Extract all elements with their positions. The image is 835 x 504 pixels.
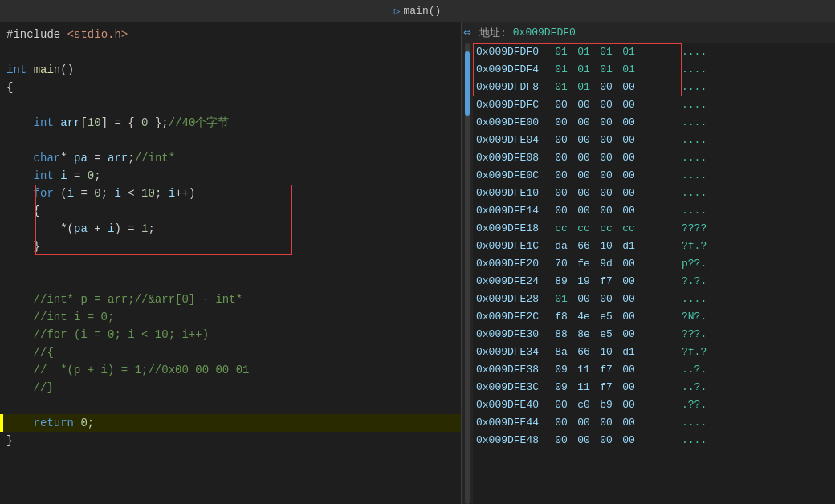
mem-byte-3-3: 00 [620,96,637,114]
mem-chars-20: .??. [677,396,707,414]
line-content-6: int arr[10] = { 0 };//40个字节 [0,114,461,132]
memory-row-21: 0x009DFE44 00 00 00 00 .... [473,414,835,432]
mem-chars-18: ..?. [677,361,707,379]
mem-addr-7: 0x009DFE0C [476,167,552,185]
memory-row-2: 0x009DFDF8 01 01 00 00 .... [473,79,835,96]
memory-row-4: 0x009DFE00 00 00 00 00 .... [473,114,835,132]
mem-chars-6: .... [677,149,707,167]
code-line-18: //for (i = 0; i < 10; i++) [0,326,461,343]
code-line-15 [0,273,461,291]
memory-row-10: 0x009DFE18 cc cc cc cc ???? [473,220,835,238]
code-line-11: { [0,202,461,220]
line-content-21: //} [0,379,461,396]
memory-row-11: 0x009DFE1C da 66 10 d1 ?f.? [473,238,835,255]
mem-bytes-10: cc cc cc cc [552,220,677,238]
mem-chars-21: .... [677,414,707,432]
line-content-5 [0,96,461,114]
for-loop-section: for (i = 0; i < 10; i++) { *(pa + i) = 1… [0,185,461,255]
memory-row-15: 0x009DFE2C f8 4e e5 00 ?N?. [473,308,835,326]
mem-chars-2: .... [677,79,707,96]
mem-chars-15: ?N?. [677,308,707,326]
scroll-arrow-icon[interactable]: ⇔ [463,24,471,40]
mem-bytes-21: 00 00 00 00 [552,414,677,432]
mem-byte-1-1: 01 [575,61,593,79]
mem-bytes-6: 00 00 00 00 [552,149,677,167]
code-line-2 [0,43,461,61]
mem-bytes-0: 01 01 01 01 [552,43,677,61]
mem-addr-9: 0x009DFE14 [476,202,552,220]
line-content-9: int i = 0; [0,167,461,185]
line-content-13: } [0,238,461,255]
memory-row-9: 0x009DFE14 00 00 00 00 .... [473,202,835,220]
mem-chars-12: p??. [677,255,707,273]
mem-addr-15: 0x009DFE2C [476,308,552,326]
code-line-14 [0,255,461,273]
mem-bytes-7: 00 00 00 00 [552,167,677,185]
mem-addr-2: 0x009DFDF8 [476,79,552,96]
line-content-11: { [0,202,461,220]
code-line-22 [0,396,461,414]
mem-bytes-18: 09 11 f7 00 [552,361,677,379]
mem-bytes-20: 00 c0 b9 00 [552,396,677,414]
mem-bytes-9: 00 00 00 00 [552,202,677,220]
mem-bytes-12: 70 fe 9d 00 [552,255,677,273]
mem-chars-10: ???? [677,220,707,238]
memory-row-18: 0x009DFE38 09 11 f7 00 ..?. [473,361,835,379]
mem-chars-1: .... [677,61,707,79]
mem-byte-3-1: 00 [575,96,593,114]
code-line-17: //int i = 0; [0,308,461,326]
code-line-8: char* pa = arr;//int* [0,149,461,167]
memory-row-19: 0x009DFE3C 09 11 f7 00 ..?. [473,379,835,396]
code-line-4: { [0,79,461,96]
mem-addr-21: 0x009DFE44 [476,414,552,432]
mem-byte-0-1: 01 [575,43,593,61]
mem-bytes-13: 89 19 f7 00 [552,273,677,291]
mem-addr-5: 0x009DFE04 [476,132,552,149]
memory-row-20: 0x009DFE40 00 c0 b9 00 .??. [473,396,835,414]
memory-row-13: 0x009DFE24 89 19 f7 00 ?.?. [473,273,835,291]
mem-bytes-11: da 66 10 d1 [552,238,677,255]
memory-pane: 地址: 0x009DFDF0 0x009DFDF0 01 01 01 01 ..… [473,22,835,504]
mem-chars-3: .... [677,96,707,114]
code-line-3: int main() [0,61,461,79]
code-line-10: for (i = 0; i < 10; i++) [0,185,461,202]
line-content-14 [0,255,461,273]
memory-header: 地址: 0x009DFDF0 [473,22,835,43]
memory-header-address: 0x009DFDF0 [513,26,576,39]
mem-addr-11: 0x009DFE1C [476,238,552,255]
mem-addr-17: 0x009DFE34 [476,343,552,361]
mem-addr-20: 0x009DFE40 [476,396,552,414]
mem-addr-22: 0x009DFE48 [476,432,552,449]
code-pane: #include <stdio.h> int main() { int arr[… [0,22,462,504]
memory-row-7: 0x009DFE0C 00 00 00 00 .... [473,167,835,185]
memory-row-8: 0x009DFE10 00 00 00 00 .... [473,185,835,202]
mem-bytes-19: 09 11 f7 00 [552,379,677,396]
current-line-indicator [0,414,3,432]
line-content-12: *(pa + i) = 1; [0,220,461,238]
mem-bytes-1: 01 01 01 01 [552,61,677,79]
line-content-17: //int i = 0; [0,308,461,326]
mem-chars-4: .... [677,114,707,132]
mem-bytes-15: f8 4e e5 00 [552,308,677,326]
main-arrow-icon: ▷ [394,5,401,18]
memory-row-22: 0x009DFE48 00 00 00 00 .... [473,432,835,449]
divider: ⇔ [462,22,473,504]
mem-chars-16: ???. [677,326,707,343]
mem-byte-0-3: 01 [620,43,637,61]
line-content-22 [0,396,461,414]
top-bar-title: ▷ main() [394,5,442,18]
top-bar-function-name: main() [404,5,442,17]
scroll-track[interactable] [465,43,470,504]
mem-bytes-4: 00 00 00 00 [552,114,677,132]
memory-row-12: 0x009DFE20 70 fe 9d 00 p??. [473,255,835,273]
mem-byte-2-1: 01 [575,79,593,96]
memory-row-6: 0x009DFE08 00 00 00 00 .... [473,149,835,167]
mem-chars-17: ?f.? [677,343,707,361]
mem-byte-1-2: 01 [597,61,615,79]
line-content-19: //{ [0,343,461,361]
code-line-19: //{ [0,343,461,361]
line-content-16: //int* p = arr;//&arr[0] - int* [0,291,461,308]
mem-bytes-3: 00 00 00 00 [552,96,677,114]
mem-bytes-14: 01 00 00 00 [552,291,677,308]
mem-bytes-22: 00 00 00 00 [552,432,677,449]
